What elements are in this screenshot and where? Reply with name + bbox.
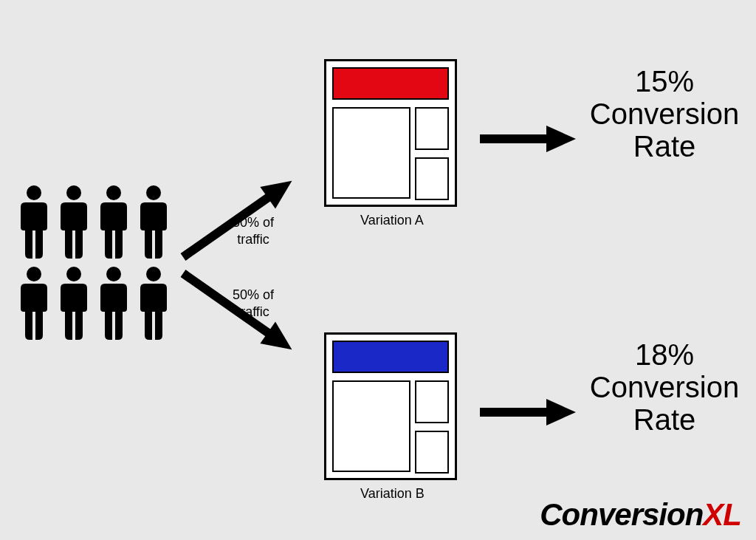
person-icon (16, 266, 52, 340)
wireframe-b-side-block (415, 380, 449, 423)
wireframe-b-header (332, 341, 449, 373)
person-icon (136, 266, 171, 340)
svg-point-7 (146, 267, 161, 281)
split-top-line2: traffic (237, 232, 269, 247)
traffic-people-group (16, 185, 171, 340)
wireframe-a-header (332, 67, 449, 100)
result-a-word1: Conversion (590, 98, 739, 130)
caption-variation-b: Variation B (360, 486, 425, 502)
brand-part1: Conversion (540, 497, 703, 532)
wireframe-variation-b (324, 332, 457, 480)
caption-variation-a: Variation A (360, 213, 424, 228)
svg-rect-14 (480, 408, 550, 417)
arrow-result-a-icon (480, 124, 576, 154)
people-row (16, 266, 171, 340)
svg-point-6 (106, 267, 121, 281)
wireframe-b-side-block (415, 431, 449, 474)
wireframe-a-side-block (415, 157, 449, 200)
brand-logo: ConversionXL (540, 497, 741, 533)
split-bottom-line2: traffic (237, 304, 269, 319)
svg-point-3 (146, 185, 161, 200)
person-icon (56, 185, 92, 259)
result-variation-a: 15% Conversion Rate (583, 65, 746, 163)
person-icon (96, 185, 131, 259)
split-label-top: 50% of traffic (233, 214, 274, 247)
person-icon (136, 185, 171, 259)
wireframe-a-main-block (332, 107, 410, 199)
result-a-percent: 15% (635, 65, 694, 98)
person-icon (96, 266, 131, 340)
people-row (16, 185, 171, 259)
svg-point-0 (27, 185, 41, 200)
svg-point-5 (66, 267, 81, 281)
wireframe-variation-a (324, 59, 457, 207)
svg-marker-13 (546, 126, 576, 152)
svg-point-4 (27, 267, 41, 281)
split-bottom-line1: 50% of (233, 287, 274, 302)
result-b-word1: Conversion (590, 371, 739, 403)
wireframe-a-side-block (415, 107, 449, 150)
person-icon (56, 266, 92, 340)
result-b-percent: 18% (635, 338, 694, 371)
brand-part2: XL (703, 497, 741, 532)
person-icon (16, 185, 52, 259)
result-b-word2: Rate (633, 403, 696, 436)
svg-marker-15 (546, 399, 576, 425)
split-label-bottom: 50% of traffic (233, 287, 274, 320)
svg-point-1 (66, 185, 81, 200)
wireframe-b-main-block (332, 380, 410, 472)
result-variation-b: 18% Conversion Rate (583, 338, 746, 436)
svg-rect-12 (480, 134, 550, 143)
split-top-line1: 50% of (233, 215, 274, 230)
result-a-word2: Rate (633, 130, 696, 163)
arrow-result-b-icon (480, 397, 576, 427)
svg-point-2 (106, 185, 121, 200)
